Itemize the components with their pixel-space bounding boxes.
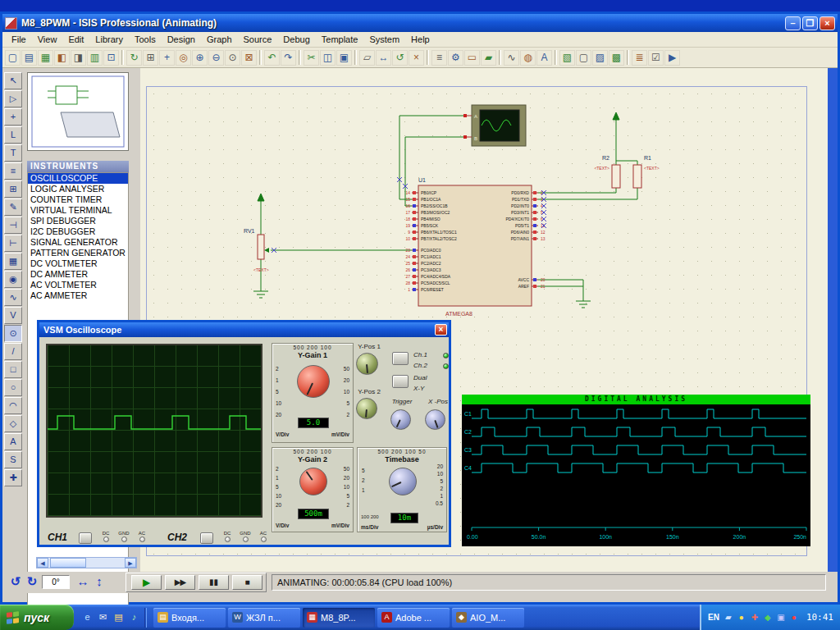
rotate-cw-button[interactable]: ↻ <box>24 573 40 590</box>
dual-xy-button[interactable] <box>392 375 409 388</box>
start-button[interactable]: пуск <box>0 605 74 630</box>
center-at-cursor-icon[interactable]: ◎ <box>176 50 191 66</box>
menu-item-debug[interactable]: Debug <box>277 33 315 46</box>
step-button[interactable]: ▶▶ <box>165 575 195 590</box>
pin-name[interactable]: PD7/AIN1 <box>511 236 529 241</box>
ch2-position-button[interactable] <box>200 532 213 544</box>
menu-item-graph[interactable]: Graph <box>201 33 238 46</box>
wire-autorouter-icon[interactable]: ∿ <box>504 50 519 66</box>
component-rv1[interactable]: RV1 <TEXT> <box>244 228 269 272</box>
oscilloscope-title-bar[interactable]: VSM Oscilloscope <box>39 322 449 337</box>
2d-path-mode-icon[interactable]: ◇ <box>4 415 22 432</box>
component-r1[interactable]: R1 <TEXT> <box>633 155 660 188</box>
new-sheet-icon[interactable]: ▢ <box>576 50 591 66</box>
menu-item-edit[interactable]: Edit <box>62 33 89 46</box>
taskbar-task-1[interactable]: WЖЗЛ п... <box>228 608 300 628</box>
cut-icon[interactable]: ✂ <box>304 50 319 66</box>
pin-name[interactable]: PB6/XTAL1/TOSC1 <box>421 230 457 235</box>
zoom-in-icon[interactable]: ⊕ <box>192 50 208 66</box>
component-mode-icon[interactable]: ▷ <box>4 90 22 107</box>
terminal-mode-icon[interactable]: ⊣ <box>4 217 22 234</box>
mark-output-area-icon[interactable]: ⊡ <box>103 50 119 66</box>
instrument-item-ac-voltmeter[interactable]: AC VOLTMETER <box>28 280 128 290</box>
packaging-tool-icon[interactable]: ▭ <box>464 50 480 66</box>
instrument-item-oscilloscope[interactable]: OSCILLOSCOPE <box>28 173 128 184</box>
selection-mode-icon[interactable]: ↖ <box>4 72 22 89</box>
instrument-item-i2c-debugger[interactable]: I2C DEBUGGER <box>28 226 128 237</box>
y-gain2-knob[interactable] <box>299 468 327 495</box>
pin-name[interactable]: AVCC <box>518 277 529 282</box>
export-section-icon[interactable]: ◨ <box>71 50 86 66</box>
zoom-all-icon[interactable]: ⊙ <box>225 50 240 66</box>
undo-icon[interactable]: ↶ <box>264 50 280 66</box>
oscilloscope-close-button[interactable]: × <box>435 324 447 336</box>
ch2-dc-button[interactable]: DC <box>218 531 236 542</box>
ypos2-knob[interactable] <box>356 398 377 419</box>
ch2-gnd-button[interactable]: GND <box>236 531 254 542</box>
2d-text-mode-icon[interactable]: A <box>4 433 22 450</box>
tray-alert-icon[interactable]: ● <box>788 612 800 623</box>
instrument-item-virtual-terminal[interactable]: VIRTUAL TERMINAL <box>28 205 128 216</box>
instrument-item-dc-ammeter[interactable]: DC AMMETER <box>28 269 128 280</box>
timebase-knob[interactable] <box>389 468 417 495</box>
tray-volume-icon[interactable]: ● <box>736 612 747 623</box>
pin-name[interactable]: AREF <box>518 284 529 289</box>
design-explorer-icon[interactable]: ▧ <box>559 50 575 66</box>
ch1-gnd-button[interactable]: GND <box>115 531 133 542</box>
scroll-thumb[interactable] <box>50 558 86 568</box>
pin-name[interactable]: PC5/ADC5/SCL <box>421 281 450 285</box>
block-move-icon[interactable]: ↔ <box>376 50 391 66</box>
open-design-icon[interactable]: ▤ <box>21 50 37 66</box>
ypos1-knob[interactable] <box>356 353 378 375</box>
ch1-ac-button[interactable]: AC <box>133 531 151 542</box>
pin-name[interactable]: PC1/ADC1 <box>421 254 441 259</box>
goto-sheet-icon[interactable]: ▩ <box>609 50 624 66</box>
voltage-probe-mode-icon[interactable]: V <box>4 307 22 324</box>
left-panel-scrollbar[interactable]: ◀ ▶ <box>36 557 137 568</box>
pin-name[interactable]: PB3/MOSI/OC2 <box>421 210 450 215</box>
subcircuit-mode-icon[interactable]: ⊞ <box>4 180 22 198</box>
maximize-button[interactable]: ❐ <box>802 16 818 30</box>
generator-mode-icon[interactable]: ∿ <box>4 289 22 306</box>
y-gain1-knob[interactable] <box>297 365 330 398</box>
pin-name[interactable]: PB7/XTAL2/TOSC2 <box>421 236 457 241</box>
block-rotate-icon[interactable]: ↺ <box>392 50 408 66</box>
scroll-left-arrow[interactable]: ◀ <box>37 558 48 568</box>
ch1-select-button[interactable] <box>392 352 409 365</box>
netlist-to-ares-icon[interactable]: ▶ <box>664 50 680 66</box>
virtual-instruments-mode-icon[interactable]: ⊙ <box>4 325 22 342</box>
pin-name[interactable]: PD0/RXD <box>511 190 529 195</box>
rotate-ccw-button[interactable]: ↺ <box>7 573 24 590</box>
quicklaunch-media-player-icon[interactable]: ♪ <box>127 610 141 624</box>
pin-name[interactable]: PD1/TXD <box>512 197 530 202</box>
instrument-item-logic-analyser[interactable]: LOGIC ANALYSER <box>28 184 128 194</box>
2d-box-mode-icon[interactable]: □ <box>4 361 22 378</box>
taskbar-task-4[interactable]: ◆AIO_M... <box>452 608 524 628</box>
minimize-button[interactable]: – <box>785 16 801 30</box>
quicklaunch-show-desktop-icon[interactable]: ▤ <box>112 610 126 624</box>
bill-of-materials-icon[interactable]: ≣ <box>632 50 647 66</box>
property-assignment-icon[interactable]: A <box>536 50 552 66</box>
tray-messenger-icon[interactable]: ◆ <box>762 612 774 623</box>
close-button[interactable]: × <box>819 16 835 30</box>
menu-item-tools[interactable]: Tools <box>129 33 162 46</box>
pin-name[interactable]: PC0/ADC0 <box>421 248 441 253</box>
vsm-oscilloscope-window[interactable]: VSM Oscilloscope × 500 200 100 Y-Gain 1 … <box>37 320 451 547</box>
zoom-area-icon[interactable]: ⊠ <box>241 50 257 66</box>
overview-preview[interactable] <box>27 72 129 151</box>
menu-item-system[interactable]: System <box>363 33 405 46</box>
device-pin-mode-icon[interactable]: ⊢ <box>4 235 22 252</box>
electrical-rule-check-icon[interactable]: ☑ <box>648 50 664 66</box>
pin-name[interactable]: PB1/OC1A <box>421 197 441 202</box>
instrument-item-signal-generator[interactable]: SIGNAL GENERATOR <box>28 237 128 248</box>
taskbar-task-0[interactable]: ▤Входя... <box>153 608 226 628</box>
save-design-icon[interactable]: ▦ <box>38 50 53 66</box>
language-indicator[interactable]: EN <box>708 613 719 622</box>
instrument-item-counter-timer[interactable]: COUNTER TIMER <box>28 194 128 205</box>
wire-label-mode-icon[interactable]: L <box>4 126 22 144</box>
pin-name[interactable]: PC2/ADC2 <box>421 261 441 266</box>
instant-edit-mode-icon[interactable]: ✎ <box>4 199 22 216</box>
pin-name[interactable]: PD4/XCK/T0 <box>505 217 529 221</box>
ch1-dc-button[interactable]: DC <box>97 531 115 542</box>
instrument-item-spi-debugger[interactable]: SPI DEBUGGER <box>28 216 128 226</box>
